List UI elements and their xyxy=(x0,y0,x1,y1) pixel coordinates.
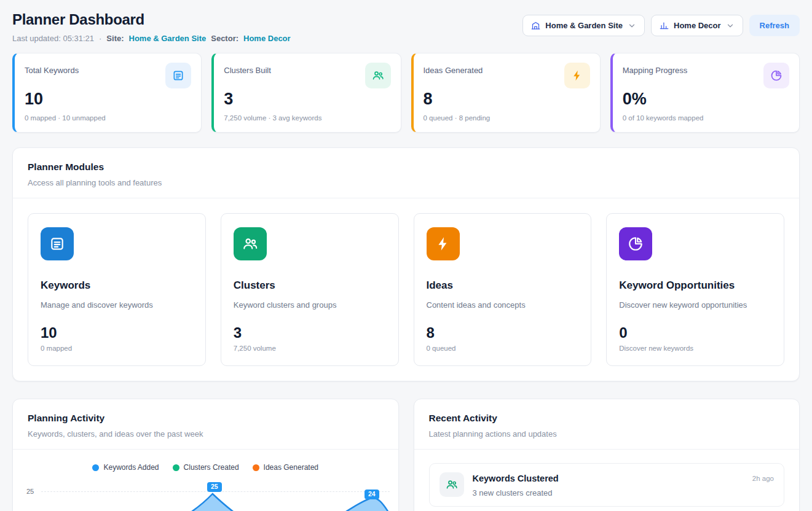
module-sub: 7,250 volume xyxy=(234,345,386,352)
legend-item-ideas-generated: Ideas Generated xyxy=(253,463,318,472)
stat-sub: 0 of 10 keywords mapped xyxy=(623,114,789,122)
legend-label: Clusters Created xyxy=(184,463,239,472)
planner-modules-header: Planner Modules Access all planning tool… xyxy=(13,148,799,198)
legend-label: Ideas Generated xyxy=(264,463,318,472)
document-icon xyxy=(41,227,74,260)
y-axis-tick: 25 xyxy=(26,488,34,495)
stat-sub: 0 mapped · 10 unmapped xyxy=(25,114,191,122)
legend-dot xyxy=(92,464,99,471)
stat-label: Clusters Built xyxy=(224,63,271,75)
document-icon xyxy=(165,63,191,88)
last-updated-text: Last updated: 05:31:21 xyxy=(12,34,94,43)
refresh-button[interactable]: Refresh xyxy=(749,15,800,36)
module-desc: Discover new keyword opportunities xyxy=(619,300,771,310)
activity-title: Keywords Clustered xyxy=(473,472,559,483)
chevron-down-icon xyxy=(628,21,636,30)
recent-activity-header: Recent Activity Latest planning actions … xyxy=(414,399,800,449)
planner-modules-panel: Planner Modules Access all planning tool… xyxy=(12,147,800,381)
module-card-keyword-opportunities[interactable]: Keyword Opportunities Discover new keywo… xyxy=(606,213,784,366)
module-card-clusters[interactable]: Clusters Keyword clusters and groups 3 7… xyxy=(221,213,399,366)
module-title: Keywords xyxy=(41,279,193,292)
module-sub: 0 queued xyxy=(427,345,579,352)
sector-selector-dropdown[interactable]: Home Decor xyxy=(651,15,743,36)
page-header: Planner Dashboard Last updated: 05:31:21… xyxy=(12,11,800,43)
module-value: 0 xyxy=(619,324,771,341)
data-point-label: 24 xyxy=(365,490,379,499)
module-title: Keyword Opportunities xyxy=(619,279,771,292)
legend-dot xyxy=(173,464,179,471)
panel-title: Recent Activity xyxy=(429,413,785,424)
planning-activity-chart[interactable]: 25 25 24 xyxy=(13,482,398,511)
site-link[interactable]: Home & Garden Site xyxy=(129,34,207,43)
module-card-keywords[interactable]: Keywords Manage and discover keywords 10… xyxy=(28,213,206,366)
sector-label: Sector: xyxy=(211,34,238,43)
stat-card-clusters-built: Clusters Built 3 7,250 volume · 3 avg ke… xyxy=(211,53,401,133)
panel-title: Planner Modules xyxy=(28,162,784,173)
header-controls: Home & Garden Site Home Decor Refresh xyxy=(522,11,800,36)
stat-value: 3 xyxy=(224,90,390,109)
stat-value: 8 xyxy=(424,90,590,109)
bar-chart-icon xyxy=(660,21,669,30)
activity-item-keywords-clustered[interactable]: Keywords Clustered 3 new clusters create… xyxy=(429,463,785,507)
separator-dot: · xyxy=(99,34,101,43)
header-subline: Last updated: 05:31:21 · Site: Home & Ga… xyxy=(12,34,291,43)
panel-subtitle: Latest planning actions and updates xyxy=(429,429,785,439)
panel-subtitle: Access all planning tools and features xyxy=(28,178,784,187)
stat-label: Mapping Progress xyxy=(623,63,688,75)
stat-card-ideas-generated: Ideas Generated 8 0 queued · 8 pending xyxy=(411,53,601,133)
module-sub: 0 mapped xyxy=(41,345,193,352)
legend-item-clusters-created: Clusters Created xyxy=(173,463,239,472)
activity-list: Keywords Clustered 3 new clusters create… xyxy=(414,450,800,511)
sector-link[interactable]: Home Decor xyxy=(243,34,291,43)
stat-value: 0% xyxy=(623,90,789,109)
stat-card-mapping-progress: Mapping Progress 0% 0 of 10 keywords map… xyxy=(610,53,800,133)
panel-subtitle: Keywords, clusters, and ideas over the p… xyxy=(28,429,384,439)
planner-dashboard-page: Planner Dashboard Last updated: 05:31:21… xyxy=(0,0,812,511)
module-value: 3 xyxy=(234,324,386,341)
module-sub: Discover new keywords xyxy=(619,345,771,352)
module-value: 10 xyxy=(41,324,193,341)
pie-chart-icon xyxy=(619,227,652,260)
bolt-icon xyxy=(564,63,590,88)
module-desc: Manage and discover keywords xyxy=(41,300,193,310)
modules-grid: Keywords Manage and discover keywords 10… xyxy=(13,198,799,381)
pie-chart-icon xyxy=(763,63,789,88)
legend-label: Keywords Added xyxy=(103,463,159,472)
stat-value: 10 xyxy=(25,90,191,109)
sector-selector-label: Home Decor xyxy=(674,21,721,30)
legend-dot xyxy=(253,464,259,471)
site-label: Site: xyxy=(106,34,124,43)
stat-card-total-keywords: Total Keywords 10 0 mapped · 10 unmapped xyxy=(12,53,202,133)
stat-label: Ideas Generated xyxy=(424,63,483,75)
recent-activity-panel: Recent Activity Latest planning actions … xyxy=(414,399,800,511)
stats-row: Total Keywords 10 0 mapped · 10 unmapped… xyxy=(12,53,800,133)
stat-sub: 0 queued · 8 pending xyxy=(424,114,590,122)
module-title: Clusters xyxy=(234,279,386,292)
chart-legend: Keywords Added Clusters Created Ideas Ge… xyxy=(13,450,398,472)
chevron-down-icon xyxy=(726,21,735,30)
header-left: Planner Dashboard Last updated: 05:31:21… xyxy=(12,11,291,43)
module-title: Ideas xyxy=(427,279,579,292)
users-icon xyxy=(234,227,267,260)
module-value: 8 xyxy=(427,324,579,341)
panel-title: Planning Activity xyxy=(28,413,384,424)
legend-item-keywords-added: Keywords Added xyxy=(92,463,159,472)
activity-body: Keywords Clustered 3 new clusters create… xyxy=(473,472,559,497)
bottom-row: Planning Activity Keywords, clusters, an… xyxy=(12,399,800,511)
planning-activity-header: Planning Activity Keywords, clusters, an… xyxy=(13,399,398,449)
bolt-icon xyxy=(427,227,460,260)
module-desc: Content ideas and concepts xyxy=(427,300,579,310)
site-selector-dropdown[interactable]: Home & Garden Site xyxy=(522,15,645,36)
activity-timestamp: 2h ago xyxy=(752,472,774,482)
activity-desc: 3 new clusters created xyxy=(473,488,559,497)
site-icon xyxy=(531,21,540,30)
page-title: Planner Dashboard xyxy=(12,11,291,28)
users-icon xyxy=(440,472,464,497)
module-card-ideas[interactable]: Ideas Content ideas and concepts 8 0 que… xyxy=(414,213,592,366)
planning-activity-panel: Planning Activity Keywords, clusters, an… xyxy=(12,399,399,511)
users-icon xyxy=(365,63,391,88)
site-selector-label: Home & Garden Site xyxy=(545,21,623,30)
data-point-label: 25 xyxy=(207,482,222,492)
module-desc: Keyword clusters and groups xyxy=(234,300,386,310)
stat-label: Total Keywords xyxy=(25,63,79,75)
